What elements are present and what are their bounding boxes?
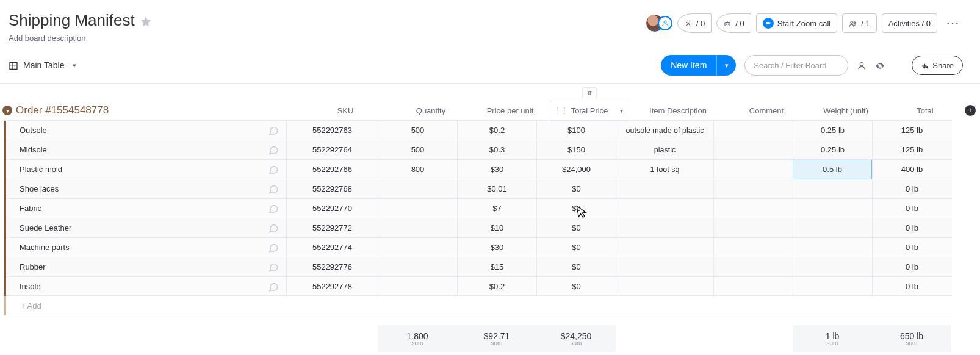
cell-sku[interactable]: 552292772 [286, 218, 378, 238]
item-name[interactable]: Midsole [16, 145, 268, 154]
item-name[interactable]: Rubber [16, 262, 268, 271]
add-item-row[interactable]: + Add [2, 296, 952, 315]
cell-weight[interactable] [793, 218, 872, 238]
integrations-button[interactable]: / 0 [677, 13, 712, 33]
table-row[interactable]: Rubber 552292776 $15 $0 0 lb [2, 257, 952, 276]
cell-total[interactable]: 400 lb [872, 160, 951, 179]
table-row[interactable]: Insole 552292778 $0.2 $0 0 lb [2, 276, 952, 296]
item-name[interactable]: Suede Leather [16, 223, 268, 232]
column-header-sku[interactable]: SKU [300, 106, 391, 115]
cell-description[interactable] [616, 276, 713, 296]
cell-quantity[interactable]: 500 [378, 140, 457, 160]
chat-icon[interactable] [268, 143, 286, 156]
table-row[interactable]: Plastic mold 552292766 800 $30 $24,000 1… [2, 159, 952, 179]
item-name[interactable]: Insole [16, 282, 268, 291]
board-description[interactable]: Add board description [9, 34, 152, 43]
cell-quantity[interactable] [378, 238, 457, 257]
search-input[interactable]: Search / Filter Board [744, 55, 848, 76]
cell-total-price[interactable]: $0 [536, 218, 616, 238]
cell-total[interactable]: 0 lb [872, 179, 951, 199]
table-row[interactable]: Machine parts 552292774 $30 $0 0 lb [2, 237, 952, 257]
cell-total-price[interactable]: $24,000 [536, 160, 616, 179]
cell-total[interactable]: 125 lb [872, 140, 951, 160]
cell-comment[interactable] [713, 179, 793, 199]
cell-total-price[interactable]: $0 [536, 257, 616, 277]
chat-icon[interactable] [268, 163, 286, 176]
cell-quantity[interactable] [378, 257, 457, 277]
cell-description[interactable] [616, 179, 713, 199]
view-selector[interactable]: Main Table ▾ [9, 60, 76, 71]
item-name[interactable]: Outsole [16, 126, 268, 135]
cell-comment[interactable] [713, 238, 793, 257]
person-filter-icon[interactable] [857, 60, 867, 71]
cell-quantity[interactable]: 500 [378, 121, 457, 140]
cell-description[interactable]: outsole made of plastic [616, 121, 713, 140]
cell-description[interactable]: 1 foot sq [616, 160, 713, 179]
cell-ppu[interactable]: $0.2 [457, 276, 536, 296]
table-row[interactable]: Midsole 552292764 500 $0.3 $150 plastic … [2, 140, 952, 159]
cell-comment[interactable] [713, 160, 793, 179]
table-row[interactable]: Shoe laces 552292768 $0.01 $0 0 lb [2, 179, 952, 198]
cell-quantity[interactable] [378, 276, 457, 296]
page-title[interactable]: Shipping Manifest [9, 11, 135, 30]
activities-button[interactable]: Activities / 0 [882, 13, 937, 33]
chat-icon[interactable] [268, 221, 286, 234]
cell-sku[interactable]: 552292766 [286, 160, 378, 179]
table-row[interactable]: Fabric 552292770 $7 $0 0 lb [2, 198, 952, 218]
cell-comment[interactable] [713, 121, 793, 140]
item-name[interactable]: Machine parts [16, 243, 268, 252]
new-item-caret-icon[interactable]: ▾ [716, 55, 736, 76]
column-header-total[interactable]: Total [885, 106, 965, 115]
column-header-weight[interactable]: Weight (unit) [806, 106, 885, 115]
cell-ppu[interactable]: $0.3 [457, 140, 536, 160]
cell-total-price[interactable]: $0 [536, 179, 616, 199]
group-collapse-icon[interactable]: ▾ [2, 106, 12, 115]
share-button[interactable]: Share [912, 56, 963, 75]
column-header-ppu[interactable]: Price per unit [470, 106, 550, 115]
new-item-button[interactable]: New Item ▾ [661, 55, 736, 76]
cell-sku[interactable]: 552292763 [286, 121, 378, 140]
hide-columns-icon[interactable] [875, 60, 885, 71]
board-owner-avatar[interactable] [646, 14, 672, 32]
cell-total-price[interactable]: $0 [536, 238, 616, 257]
cell-quantity[interactable] [378, 179, 457, 199]
cell-total-price[interactable]: $0 [536, 276, 616, 296]
cell-total-price[interactable]: $0 [536, 199, 616, 218]
cell-sku[interactable]: 552292768 [286, 179, 378, 199]
cell-quantity[interactable] [378, 218, 457, 238]
item-name[interactable]: Plastic mold [16, 165, 268, 174]
cell-comment[interactable] [713, 199, 793, 218]
automations-button[interactable]: / 0 [716, 13, 751, 33]
cell-quantity[interactable] [378, 199, 457, 218]
column-resize-icon[interactable]: ⇵ [582, 87, 597, 98]
cell-sku[interactable]: 552292764 [286, 140, 378, 160]
table-row[interactable]: Outsole 552292763 500 $0.2 $100 outsole … [2, 120, 952, 140]
add-column-icon[interactable]: + [965, 105, 976, 116]
chat-icon[interactable] [268, 124, 286, 137]
group-title[interactable]: Order #1554548778 [16, 104, 300, 117]
chat-icon[interactable] [268, 241, 286, 254]
cell-sku[interactable]: 552292770 [286, 199, 378, 218]
column-header-description[interactable]: Item Description [629, 106, 727, 115]
cell-description[interactable] [616, 238, 713, 257]
cell-total[interactable]: 0 lb [872, 199, 951, 218]
cell-ppu[interactable]: $30 [457, 160, 536, 179]
cell-total[interactable]: 0 lb [872, 257, 951, 277]
cell-comment[interactable] [713, 276, 793, 296]
cell-ppu[interactable]: $7 [457, 199, 536, 218]
cell-ppu[interactable]: $30 [457, 238, 536, 257]
sort-icon[interactable] [893, 60, 903, 71]
column-header-quantity[interactable]: Quantity [391, 106, 470, 115]
cell-sku[interactable]: 552292774 [286, 238, 378, 257]
chat-icon[interactable] [268, 202, 286, 215]
cell-description[interactable] [616, 199, 713, 218]
cell-sku[interactable]: 552292778 [286, 276, 378, 296]
star-icon[interactable] [140, 13, 152, 27]
item-name[interactable]: Shoe laces [16, 184, 268, 193]
chat-icon[interactable] [268, 260, 286, 273]
cell-weight[interactable]: 0.25 lb [793, 121, 872, 140]
cell-ppu[interactable]: $15 [457, 257, 536, 277]
cell-comment[interactable] [713, 218, 793, 238]
cell-weight[interactable] [793, 257, 872, 277]
cell-weight[interactable] [793, 276, 872, 296]
